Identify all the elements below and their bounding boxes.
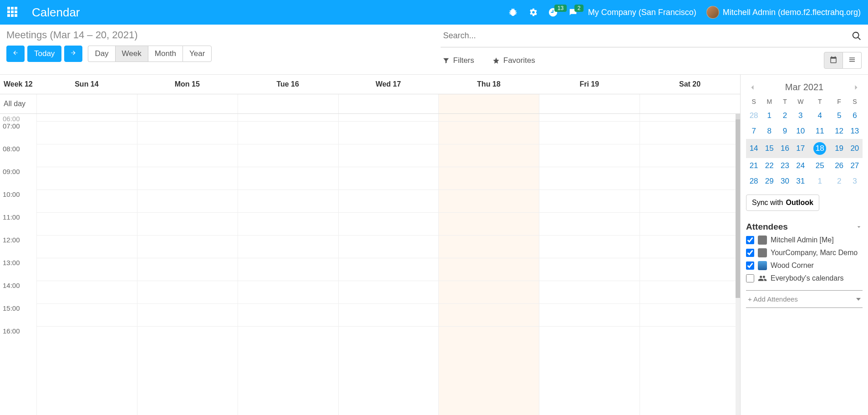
minical-day[interactable]: 9 xyxy=(777,123,792,139)
list-view-button[interactable] xyxy=(843,52,862,69)
search-input[interactable] xyxy=(441,28,852,43)
calendar-view-button[interactable] xyxy=(824,52,843,69)
minical-day[interactable]: 11 xyxy=(808,123,832,139)
messages-chat-icon[interactable]: 2 xyxy=(568,7,578,17)
scrollbar-thumb[interactable] xyxy=(736,119,740,415)
day-column[interactable] xyxy=(539,114,640,415)
minical-day[interactable]: 2 xyxy=(777,108,792,123)
time-label: 16:00 xyxy=(0,326,36,349)
attendee-avatar-icon xyxy=(758,236,767,245)
search-icon[interactable] xyxy=(852,31,862,41)
minical-day[interactable]: 20 xyxy=(847,139,863,158)
minical-day[interactable]: 3 xyxy=(793,108,808,123)
chevron-down-icon[interactable] xyxy=(855,223,863,231)
attendee-label: Wood Corner xyxy=(771,261,814,270)
allday-cell[interactable] xyxy=(137,94,238,113)
user-menu[interactable]: Mitchell Admin (demo.f2.flectrahq.org) xyxy=(706,6,861,19)
minical-day[interactable]: 7 xyxy=(746,123,761,139)
minical-day[interactable]: 28 xyxy=(746,174,761,189)
minical-day[interactable]: 24 xyxy=(793,158,808,174)
attendee-checkbox[interactable] xyxy=(746,236,754,244)
minical-day[interactable]: 17 xyxy=(793,139,808,158)
minical-day[interactable]: 5 xyxy=(832,108,847,123)
allday-cell[interactable] xyxy=(36,94,137,113)
minical-day[interactable]: 1 xyxy=(761,108,777,123)
minical-day[interactable]: 19 xyxy=(832,139,847,158)
attendee-checkbox[interactable] xyxy=(746,274,754,282)
list-icon xyxy=(848,56,856,64)
time-label: 07:00 xyxy=(0,121,36,144)
attendee-avatar-icon xyxy=(758,261,767,270)
minical-day[interactable]: 30 xyxy=(777,174,792,189)
mini-calendar: SMTWTFS 28123456789101112131415161718192… xyxy=(746,95,863,189)
apps-menu-icon[interactable] xyxy=(7,7,18,18)
minical-day[interactable]: 4 xyxy=(808,108,832,123)
minical-day[interactable]: 3 xyxy=(847,174,863,189)
minical-day[interactable]: 6 xyxy=(847,108,863,123)
debug-bug-icon[interactable] xyxy=(508,7,518,17)
hour-gridline xyxy=(36,212,736,213)
day-header: Tue 16 xyxy=(238,75,338,94)
day-column[interactable] xyxy=(438,114,539,415)
settings-gears-icon[interactable] xyxy=(528,7,538,17)
day-header: Mon 15 xyxy=(137,75,238,94)
minical-day[interactable]: 8 xyxy=(761,123,777,139)
star-icon xyxy=(492,57,500,64)
minical-day[interactable]: 23 xyxy=(777,158,792,174)
add-attendees-dropdown[interactable]: + Add Attendees xyxy=(746,290,863,308)
minical-prev-icon[interactable] xyxy=(748,83,757,92)
allday-cell[interactable] xyxy=(238,94,338,113)
minical-day[interactable]: 13 xyxy=(847,123,863,139)
minical-day[interactable]: 22 xyxy=(761,158,777,174)
day-header: Wed 17 xyxy=(338,75,439,94)
filters-dropdown[interactable]: Filters xyxy=(442,56,474,65)
minical-day[interactable]: 21 xyxy=(746,158,761,174)
attendee-checkbox[interactable] xyxy=(746,249,754,257)
view-week-button[interactable]: Week xyxy=(115,46,148,62)
attendee-checkbox[interactable] xyxy=(746,261,754,270)
day-column[interactable] xyxy=(238,114,338,415)
app-title[interactable]: Calendar xyxy=(32,5,80,20)
view-year-button[interactable]: Year xyxy=(183,46,212,62)
favorites-dropdown[interactable]: Favorites xyxy=(492,56,535,65)
week-number: Week 12 xyxy=(0,75,36,94)
sync-outlook-button[interactable]: Sync with Outlook xyxy=(746,195,819,211)
minical-day[interactable]: 18 xyxy=(808,139,832,158)
view-day-button[interactable]: Day xyxy=(88,46,115,62)
day-column[interactable] xyxy=(36,114,137,415)
minical-day[interactable]: 15 xyxy=(761,139,777,158)
activities-clock-icon[interactable]: 13 xyxy=(548,7,558,17)
minical-day[interactable]: 12 xyxy=(832,123,847,139)
allday-cell[interactable] xyxy=(438,94,539,113)
minical-day[interactable]: 14 xyxy=(746,139,761,158)
day-column[interactable] xyxy=(640,114,740,415)
allday-cell[interactable] xyxy=(640,94,740,113)
messages-badge: 2 xyxy=(574,5,584,12)
today-button[interactable]: Today xyxy=(27,46,61,62)
minical-day[interactable]: 29 xyxy=(761,174,777,189)
prev-period-button[interactable] xyxy=(6,46,25,62)
minical-dow: S xyxy=(746,95,761,108)
minical-day[interactable]: 10 xyxy=(793,123,808,139)
time-label: 10:00 xyxy=(0,190,36,212)
minical-day[interactable]: 2 xyxy=(832,174,847,189)
minical-day[interactable]: 27 xyxy=(847,158,863,174)
allday-cell[interactable] xyxy=(338,94,439,113)
scroll-up-arrow[interactable] xyxy=(736,114,740,119)
view-month-button[interactable]: Month xyxy=(148,46,183,62)
time-label: 08:00 xyxy=(0,144,36,167)
minical-day[interactable]: 16 xyxy=(777,139,792,158)
company-switcher[interactable]: My Company (San Francisco) xyxy=(588,8,696,17)
next-period-button[interactable] xyxy=(64,46,82,62)
day-column[interactable] xyxy=(137,114,238,415)
minical-day[interactable]: 1 xyxy=(808,174,832,189)
minical-day[interactable]: 25 xyxy=(808,158,832,174)
allday-cell[interactable] xyxy=(539,94,640,113)
minical-day[interactable]: 31 xyxy=(793,174,808,189)
minical-day[interactable]: 26 xyxy=(832,158,847,174)
filter-icon xyxy=(442,57,450,64)
hour-gridline xyxy=(36,303,736,304)
minical-next-icon[interactable] xyxy=(852,83,861,92)
day-column[interactable] xyxy=(338,114,439,415)
minical-day[interactable]: 28 xyxy=(746,108,761,123)
